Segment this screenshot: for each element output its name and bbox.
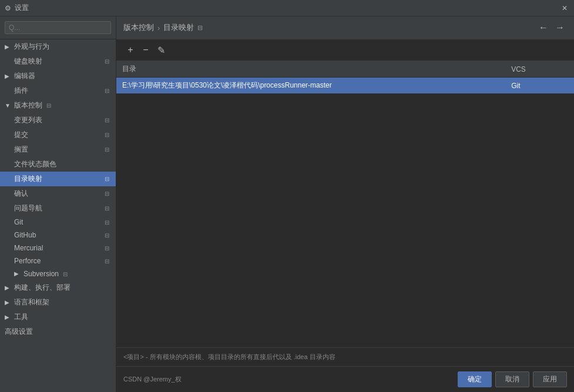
cell-vcs: Git (505, 78, 574, 94)
title-bar-title: 设置 (15, 3, 29, 13)
remove-button[interactable]: − (139, 43, 153, 57)
apply-button[interactable]: 应用 (533, 371, 567, 387)
search-box (0, 16, 116, 39)
hint-text: <项目> - 所有模块的内容根、项目目录的所有直接后代以及 .idea 目录内容 (123, 353, 335, 360)
main-layout: ▶ 外观与行为 键盘映射 ⊟ ▶ 编辑器 插件 ⊟ ▼ 版本控制 ⊟ (0, 16, 574, 392)
sidebar-item-changelist[interactable]: 变更列表 ⊟ (0, 113, 116, 128)
group-label-subversion: Subversion (24, 270, 59, 278)
item-icon-github: ⊟ (103, 231, 111, 239)
settings-icon: ⚙ (5, 4, 11, 12)
nav-back-button[interactable]: ← (536, 21, 550, 34)
chevron-right-icon-sub: ▶ (14, 270, 21, 277)
chevron-right-icon-lang: ▶ (5, 299, 12, 306)
cancel-button[interactable]: 取消 (495, 371, 529, 387)
sidebar-item-github[interactable]: GitHub ⊟ (0, 229, 116, 242)
chevron-right-icon: ▶ (5, 43, 12, 51)
group-label-lang: 语言和框架 (14, 297, 49, 307)
item-icon-vcs: ⊟ (45, 102, 53, 110)
item-icon-confirm: ⊟ (103, 190, 111, 198)
sidebar-group-editor[interactable]: ▶ 编辑器 (0, 69, 116, 83)
sidebar-item-issue-nav[interactable]: 问题导航 ⊟ (0, 201, 116, 216)
nav-forward-button[interactable]: → (553, 21, 567, 34)
edit-button[interactable]: ✎ (154, 43, 168, 57)
sidebar-item-mercurial[interactable]: Mercurial ⊟ (0, 242, 116, 254)
search-input[interactable] (5, 21, 111, 34)
sidebar-group-lang[interactable]: ▶ 语言和框架 (0, 295, 116, 310)
group-label-appearance: 外观与行为 (14, 42, 49, 52)
breadcrumb-settings-icon: ⊟ (197, 24, 203, 32)
breadcrumb-separator: › (157, 24, 160, 32)
sidebar-item-shelve[interactable]: 搁置 ⊟ (0, 142, 116, 157)
breadcrumb-current: 目录映射 (163, 22, 194, 33)
item-icon-mercurial: ⊟ (103, 244, 111, 252)
ok-button[interactable]: 确定 (458, 371, 492, 387)
sidebar-item-directory-mapping[interactable]: 目录映射 ⊟ (0, 172, 116, 186)
content-area: 版本控制 › 目录映射 ⊟ ← → + − ✎ 目录 VCS (116, 16, 574, 392)
group-label-vcs: 版本控制 (14, 100, 42, 110)
item-icon-commit: ⊟ (103, 131, 111, 139)
watermark: CSDN @Jeremy_权 (123, 375, 182, 384)
item-icon-issuenav: ⊟ (103, 205, 111, 213)
item-icon-dirmapping: ⊟ (103, 175, 111, 183)
sidebar-group-tools[interactable]: ▶ 工具 (0, 310, 116, 324)
item-icon-perforce: ⊟ (103, 257, 111, 265)
directory-table: 目录 VCS E:\学习用\研究生项目\0530论文\凌泽楷代码\process… (116, 61, 574, 93)
col-header-vcs: VCS (505, 61, 574, 78)
chevron-right-icon-2: ▶ (5, 73, 12, 80)
sidebar-group-vcs[interactable]: ▼ 版本控制 ⊟ (0, 98, 116, 113)
cell-directory: E:\学习用\研究生项目\0530论文\凌泽楷代码\processRunner-… (116, 78, 505, 94)
table-area: 目录 VCS E:\学习用\研究生项目\0530论文\凌泽楷代码\process… (116, 61, 574, 347)
group-label-build: 构建、执行、部署 (14, 283, 71, 293)
sidebar-item-filestatus[interactable]: 文件状态颜色 (0, 157, 116, 172)
sidebar-section: ▶ 外观与行为 键盘映射 ⊟ ▶ 编辑器 插件 ⊟ ▼ 版本控制 ⊟ (0, 39, 116, 339)
chevron-down-icon: ▼ (5, 102, 12, 109)
breadcrumb: 版本控制 › 目录映射 ⊟ (123, 22, 203, 33)
footer-hint: <项目> - 所有模块的内容根、项目目录的所有直接后代以及 .idea 目录内容 (116, 347, 574, 366)
title-bar: ⚙ 设置 ✕ (0, 0, 574, 16)
item-icon-plugins: ⊟ (103, 87, 111, 95)
sidebar-item-git[interactable]: Git ⊟ (0, 216, 116, 229)
sidebar-group-appearance[interactable]: ▶ 外观与行为 (0, 39, 116, 54)
item-icon-git: ⊟ (103, 218, 111, 226)
chevron-right-icon-build: ▶ (5, 284, 12, 292)
content-header: 版本控制 › 目录映射 ⊟ ← → (116, 16, 574, 39)
add-button[interactable]: + (123, 43, 137, 57)
sidebar: ▶ 外观与行为 键盘映射 ⊟ ▶ 编辑器 插件 ⊟ ▼ 版本控制 ⊟ (0, 16, 116, 392)
col-header-directory: 目录 (116, 61, 505, 78)
item-icon-shelve: ⊟ (103, 146, 111, 154)
chevron-right-icon-tools: ▶ (5, 314, 12, 321)
dialog-footer: CSDN @Jeremy_权 确定 取消 应用 (116, 366, 574, 392)
toolbar: + − ✎ (116, 39, 574, 61)
sidebar-group-build[interactable]: ▶ 构建、执行、部署 (0, 280, 116, 295)
sidebar-item-commit[interactable]: 提交 ⊟ (0, 128, 116, 142)
sidebar-item-confirm[interactable]: 确认 ⊟ (0, 186, 116, 201)
close-button[interactable]: ✕ (560, 4, 569, 13)
sidebar-item-keyboard[interactable]: 键盘映射 ⊟ (0, 54, 116, 69)
item-icon-changelist: ⊟ (103, 116, 111, 125)
sidebar-item-subversion[interactable]: ▶ Subversion ⊟ (0, 267, 116, 280)
sidebar-item-perforce[interactable]: Perforce ⊟ (0, 254, 116, 267)
sidebar-item-advanced[interactable]: 高级设置 (0, 324, 116, 339)
item-icon-keyboard: ⊟ (103, 58, 111, 66)
header-nav: ← → (536, 21, 567, 34)
group-label-tools: 工具 (14, 312, 28, 322)
btn-group: 确定 取消 应用 (458, 371, 567, 387)
item-icon-subversion: ⊟ (61, 270, 69, 278)
sidebar-item-plugins[interactable]: 插件 ⊟ (0, 83, 116, 98)
table-row[interactable]: E:\学习用\研究生项目\0530论文\凌泽楷代码\processRunner-… (116, 78, 574, 94)
group-label-editor: 编辑器 (14, 71, 35, 81)
breadcrumb-parent: 版本控制 (123, 22, 154, 33)
